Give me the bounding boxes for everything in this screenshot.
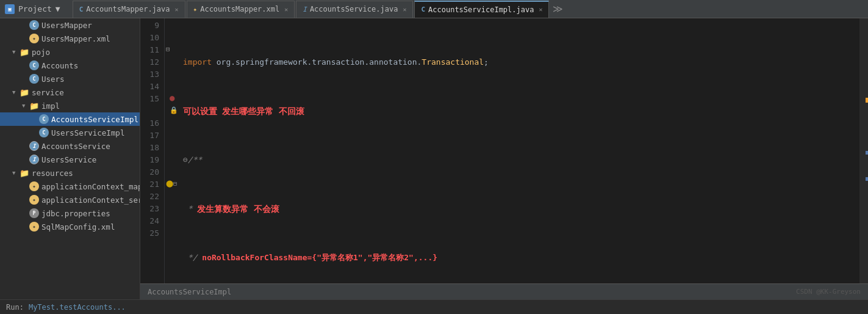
- sidebar-item-impl[interactable]: 📁 impl: [0, 99, 140, 112]
- folder-icon: 📁: [20, 48, 29, 57]
- tab-bar: C AccountsMapper.java ✕ ✦ AccountsMapper…: [73, 1, 863, 18]
- tab-accounts-service-java[interactable]: I AccountsService.java ✕: [296, 1, 413, 18]
- run-label: Run:: [6, 303, 24, 312]
- sidebar-item-resources[interactable]: 📁 resources: [0, 166, 140, 180]
- title-bar-left: ▣ Project ▼: [5, 4, 60, 14]
- tab-label: AccountsMapper.java: [86, 5, 170, 13]
- code-line-10: 可以设置 发生哪些异常 不回滚: [178, 105, 859, 117]
- interface-icon: I: [303, 5, 307, 13]
- sidebar-item-users-mapper[interactable]: C UsersMapper: [0, 18, 140, 32]
- code-line-11: ⊖/**: [178, 154, 859, 166]
- sidebar-label: UsersService: [41, 155, 96, 164]
- sidebar-label: UsersServiceImpl: [51, 128, 124, 137]
- folder-icon: 📁: [29, 101, 39, 111]
- folder-arrow: [12, 170, 20, 176]
- tab-accounts-mapper-java[interactable]: C AccountsMapper.java ✕: [73, 1, 185, 18]
- sidebar-label: jdbc.properties: [41, 209, 110, 218]
- fold-icon[interactable]: ⊟: [166, 45, 170, 53]
- sidebar-item-jdbc-properties[interactable]: P jdbc.properties: [0, 206, 140, 220]
- run-task[interactable]: MyTest.testAccounts...: [29, 303, 126, 312]
- sidebar: C UsersMapper ✦ UsersMapper.xml 📁 pojo C…: [0, 18, 140, 299]
- class-icon: C: [39, 128, 49, 137]
- sidebar-label: Accounts: [41, 61, 78, 70]
- sidebar-item-users-service[interactable]: I UsersService: [0, 153, 140, 166]
- sidebar-item-service[interactable]: 📁 service: [0, 86, 140, 99]
- folder-arrow: [22, 103, 29, 109]
- close-icon[interactable]: ✕: [539, 6, 542, 13]
- title-bar: ▣ Project ▼ C AccountsMapper.java ✕ ✦ Ac…: [0, 0, 868, 18]
- run-bar: Run: MyTest.testAccounts...: [0, 299, 868, 314]
- close-icon[interactable]: ✕: [284, 6, 288, 13]
- code-container: 9 10 11 12 13 14 15 16 17 18 19 20 21 22…: [140, 18, 868, 283]
- interface-icon: I: [29, 141, 39, 151]
- folder-arrow: [12, 49, 20, 55]
- properties-icon: P: [29, 208, 39, 218]
- java-icon: C: [79, 5, 84, 13]
- folder-arrow: [12, 89, 20, 95]
- sidebar-item-app-context-mapper[interactable]: ✦ applicationContext_mapper.xml: [0, 180, 140, 193]
- project-label[interactable]: Project: [18, 4, 52, 13]
- cn-comment-1: 可以设置 发生哪些异常 不回滚: [183, 105, 304, 117]
- project-arrow[interactable]: ▼: [56, 4, 60, 13]
- sidebar-item-sql-map-config[interactable]: ✦ SqlMapConfig.xml: [0, 220, 140, 233]
- class-icon: C: [29, 60, 39, 70]
- breakpoint-icon[interactable]: ●: [170, 93, 174, 103]
- java-icon: C: [421, 5, 425, 13]
- sidebar-label: AccountsService: [41, 142, 110, 151]
- tab-accounts-service-impl-java[interactable]: C AccountsServiceImpl.java ✕: [414, 1, 549, 18]
- code-line-12: * 发生算数异常 不会滚: [178, 203, 859, 215]
- interface-icon: I: [29, 155, 39, 164]
- class-icon: C: [39, 114, 49, 124]
- line-numbers: 9 10 11 12 13 14 15 16 17 18 19 20 21 22…: [140, 18, 165, 283]
- xml-icon: ✦: [193, 5, 198, 13]
- fold-icon[interactable]: ⊟: [173, 180, 177, 187]
- sidebar-item-app-context-service[interactable]: ✦ applicationContext_service.xml: [0, 193, 140, 206]
- sidebar-label: applicationContext_service.xml: [41, 195, 140, 205]
- sidebar-item-users-service-impl[interactable]: C UsersServiceImpl: [0, 126, 140, 139]
- sidebar-item-accounts-service-impl[interactable]: C AccountsServiceImpl: [0, 112, 140, 126]
- gutter-area: ⊟ ● 🔒 ⬤⊟: [165, 18, 178, 283]
- close-icon[interactable]: ✕: [403, 6, 406, 13]
- sidebar-label: service: [32, 88, 64, 97]
- xml-icon: ✦: [29, 195, 39, 205]
- xml-icon: ✦: [29, 222, 39, 232]
- file-name-status: AccountsServiceImpl: [148, 288, 231, 296]
- tab-accounts-mapper-xml[interactable]: ✦ AccountsMapper.xml ✕: [187, 1, 295, 18]
- sidebar-label: UsersMapper.xml: [41, 34, 110, 43]
- cn-comment-2: 发生算数异常 不会滚: [197, 203, 279, 215]
- xml-icon: ✦: [29, 181, 39, 191]
- sidebar-label: Users: [41, 75, 65, 84]
- sidebar-item-accounts-service[interactable]: I AccountsService: [0, 139, 140, 153]
- sidebar-label: pojo: [32, 48, 50, 57]
- sidebar-label: resources: [32, 169, 73, 178]
- code-content[interactable]: import org.springframework.transaction.a…: [178, 18, 859, 283]
- status-bar: AccountsServiceImpl CSDN @KK-Greyson: [140, 283, 868, 299]
- sidebar-item-accounts[interactable]: C Accounts: [0, 59, 140, 72]
- code-line-13: */ noRollbackForClassName={"异常名称1","异常名称…: [178, 252, 859, 264]
- class-icon: C: [29, 20, 39, 30]
- tab-label: AccountsServiceImpl.java: [428, 5, 534, 14]
- tab-label: AccountsMapper.xml: [200, 5, 279, 13]
- sidebar-label: applicationContext_mapper.xml: [41, 182, 140, 191]
- sidebar-label: AccountsServiceImpl: [51, 115, 138, 124]
- main-layout: C UsersMapper ✦ UsersMapper.xml 📁 pojo C…: [0, 18, 868, 299]
- project-icon: ▣: [5, 4, 15, 14]
- right-scroll-gutter: [859, 18, 868, 283]
- sidebar-label: impl: [41, 101, 60, 111]
- watermark: CSDN @KK-Greyson: [796, 288, 861, 296]
- sidebar-label: UsersMapper: [41, 21, 92, 30]
- xml-icon: ✦: [29, 34, 39, 43]
- class-icon: C: [29, 74, 39, 84]
- close-icon[interactable]: ✕: [175, 6, 179, 13]
- lock-icon: 🔒: [170, 106, 178, 114]
- breakpoint-warn-icon[interactable]: ⬤: [166, 180, 173, 188]
- folder-icon: 📁: [20, 169, 29, 178]
- folder-icon: 📁: [20, 88, 29, 97]
- tab-label: AccountsService.java: [310, 5, 398, 13]
- sidebar-item-users[interactable]: C Users: [0, 72, 140, 86]
- more-tabs-icon[interactable]: ≫: [553, 3, 563, 15]
- code-line-9: import org.springframework.transaction.a…: [178, 56, 859, 68]
- sidebar-item-pojo[interactable]: 📁 pojo: [0, 45, 140, 59]
- sidebar-item-users-mapper-xml[interactable]: ✦ UsersMapper.xml: [0, 32, 140, 45]
- editor-area: 9 10 11 12 13 14 15 16 17 18 19 20 21 22…: [140, 18, 868, 299]
